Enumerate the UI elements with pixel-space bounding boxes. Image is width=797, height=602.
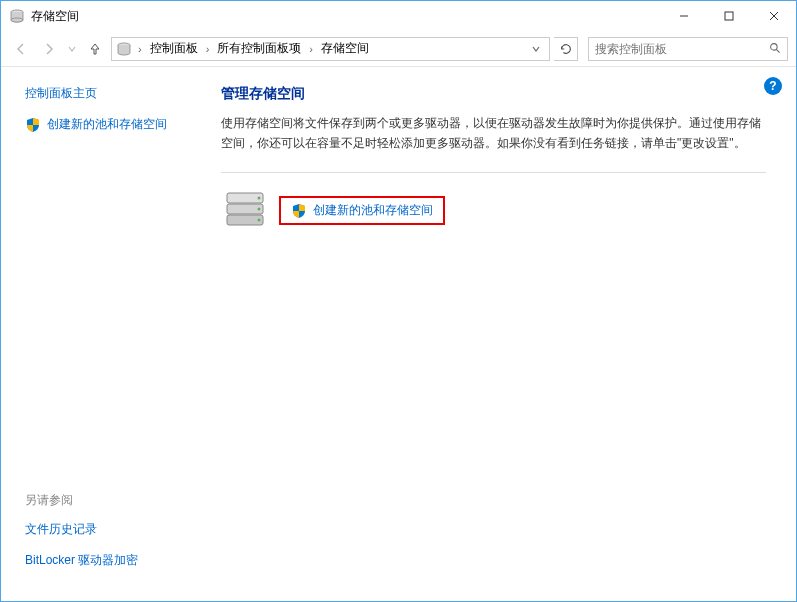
svg-line-8 bbox=[776, 49, 779, 52]
back-button[interactable] bbox=[9, 37, 33, 61]
help-button[interactable]: ? bbox=[764, 77, 782, 95]
titlebar: 存储空间 bbox=[1, 1, 796, 31]
shield-icon bbox=[291, 203, 307, 219]
recent-dropdown[interactable] bbox=[65, 37, 79, 61]
window-controls bbox=[661, 1, 796, 31]
drive-icon bbox=[116, 41, 132, 57]
svg-point-7 bbox=[770, 44, 777, 51]
window-title: 存储空间 bbox=[31, 8, 661, 25]
divider bbox=[221, 172, 766, 173]
page-description: 使用存储空间将文件保存到两个或更多驱动器，以便在驱动器发生故障时为你提供保护。通… bbox=[221, 113, 766, 154]
search-box bbox=[588, 37, 788, 61]
highlighted-action: 创建新的池和存储空间 bbox=[279, 196, 445, 225]
chevron-right-icon[interactable]: › bbox=[202, 43, 214, 55]
sidebar: 控制面板主页 创建新的池和存储空间 另请参阅 文件历史记录 BitLocker … bbox=[1, 67, 211, 601]
minimize-button[interactable] bbox=[661, 1, 706, 31]
navigation-bar: › 控制面板 › 所有控制面板项 › 存储空间 bbox=[1, 31, 796, 67]
main-content: 管理存储空间 使用存储空间将文件保存到两个或更多驱动器，以便在驱动器发生故障时为… bbox=[211, 67, 796, 601]
chevron-right-icon[interactable]: › bbox=[134, 43, 146, 55]
drive-icon bbox=[9, 8, 25, 24]
svg-rect-3 bbox=[725, 12, 733, 20]
close-button[interactable] bbox=[751, 1, 796, 31]
page-title: 管理存储空间 bbox=[221, 85, 766, 103]
search-button[interactable] bbox=[763, 42, 787, 55]
bitlocker-link[interactable]: BitLocker 驱动器加密 bbox=[25, 552, 201, 569]
chevron-right-icon[interactable]: › bbox=[305, 43, 317, 55]
search-input[interactable] bbox=[589, 42, 763, 56]
file-history-link[interactable]: 文件历史记录 bbox=[25, 521, 201, 538]
content-body: ? 控制面板主页 创建新的池和存储空间 另请参阅 文件历史记录 BitLocke… bbox=[1, 67, 796, 601]
up-button[interactable] bbox=[83, 37, 107, 61]
breadcrumb-item[interactable]: 存储空间 bbox=[319, 40, 371, 57]
breadcrumb[interactable]: › 控制面板 › 所有控制面板项 › 存储空间 bbox=[111, 37, 550, 61]
control-panel-home-link[interactable]: 控制面板主页 bbox=[25, 85, 201, 102]
drives-stack-icon bbox=[221, 187, 269, 235]
forward-button[interactable] bbox=[37, 37, 61, 61]
see-also-section: 另请参阅 文件历史记录 BitLocker 驱动器加密 bbox=[25, 492, 201, 583]
maximize-button[interactable] bbox=[706, 1, 751, 31]
svg-point-12 bbox=[258, 207, 261, 210]
create-pool-action-link[interactable]: 创建新的池和存储空间 bbox=[313, 202, 433, 219]
see-also-header: 另请参阅 bbox=[25, 492, 201, 509]
breadcrumb-item[interactable]: 所有控制面板项 bbox=[215, 40, 303, 57]
sidebar-item-label: 创建新的池和存储空间 bbox=[47, 116, 167, 133]
window: 存储空间 bbox=[0, 0, 797, 602]
chevron-down-icon[interactable] bbox=[527, 44, 545, 54]
svg-point-1 bbox=[11, 18, 23, 22]
svg-point-10 bbox=[258, 218, 261, 221]
refresh-button[interactable] bbox=[554, 37, 578, 61]
action-row: 创建新的池和存储空间 bbox=[221, 187, 766, 235]
shield-icon bbox=[25, 117, 41, 133]
breadcrumb-item[interactable]: 控制面板 bbox=[148, 40, 200, 57]
create-pool-link[interactable]: 创建新的池和存储空间 bbox=[25, 116, 201, 133]
svg-point-14 bbox=[258, 196, 261, 199]
